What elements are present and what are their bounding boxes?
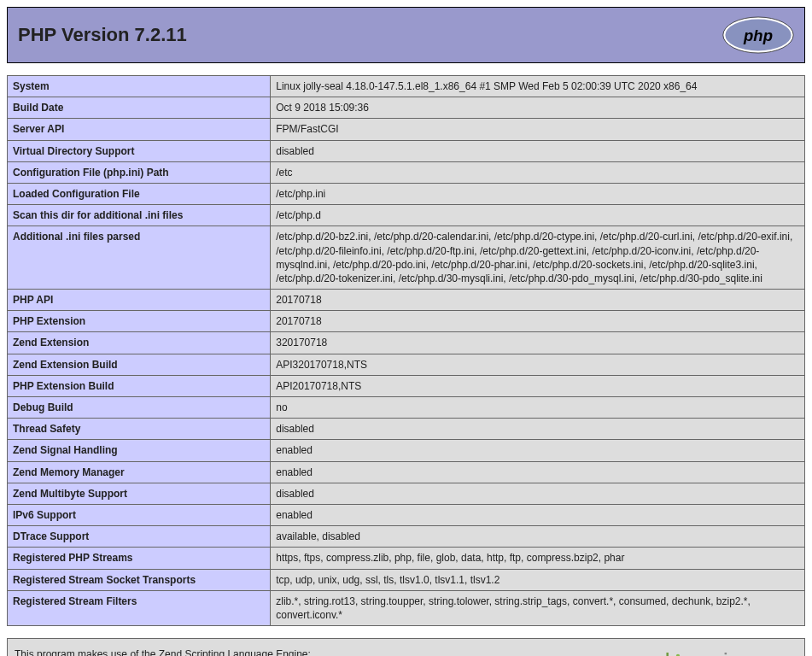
config-key: Configuration File (php.ini) Path [8, 161, 271, 183]
config-key: System [8, 76, 271, 97]
config-key: Registered Stream Socket Transports [8, 569, 271, 590]
config-key: Zend Extension [8, 332, 271, 354]
config-value: /etc/php.d/20-bz2.ini, /etc/php.d/20-cal… [271, 226, 805, 290]
table-row: Registered Stream Filterszlib.*, string.… [8, 590, 805, 625]
config-value: enabled [271, 461, 805, 483]
table-row: Zend Extension320170718 [8, 332, 805, 354]
zend-engine-logo-icon: zend engine [618, 644, 797, 656]
table-row: Build DateOct 9 2018 15:09:36 [8, 97, 805, 119]
config-key: Server API [8, 119, 271, 140]
table-row: Debug Buildno [8, 397, 805, 419]
config-value: Linux jolly-seal 4.18.0-147.5.1.el8_1.x8… [271, 76, 805, 97]
config-key: Scan this dir for additional .ini files [8, 205, 271, 226]
phpinfo-header: PHP Version 7.2.11 php [7, 7, 805, 63]
table-row: Configuration File (php.ini) Path/etc [8, 161, 805, 183]
config-key: PHP Extension [8, 311, 271, 332]
table-row: Virtual Directory Supportdisabled [8, 140, 805, 161]
config-key: IPv6 Support [8, 504, 271, 525]
table-row: DTrace Supportavailable, disabled [8, 526, 805, 548]
svg-text:engine: engine [683, 648, 755, 656]
table-row: Scan this dir for additional .ini files/… [8, 205, 805, 226]
config-key: Thread Safety [8, 419, 271, 440]
config-value: API20170718,NTS [271, 375, 805, 396]
config-value: /etc/php.d [271, 205, 805, 226]
config-key: Additional .ini files parsed [8, 226, 271, 290]
config-key: Loaded Configuration File [8, 183, 271, 204]
config-value: disabled [271, 483, 805, 504]
config-key: Registered PHP Streams [8, 548, 271, 569]
table-row: Zend Memory Managerenabled [8, 461, 805, 483]
table-row: IPv6 Supportenabled [8, 504, 805, 525]
config-key: Zend Multibyte Support [8, 483, 271, 504]
config-key: Zend Memory Manager [8, 461, 271, 483]
php-logo-icon: php [722, 16, 794, 54]
table-row: Server APIFPM/FastCGI [8, 119, 805, 140]
php-version-title: PHP Version 7.2.11 [18, 24, 187, 46]
config-key: Registered Stream Filters [8, 590, 271, 625]
config-value: FPM/FastCGI [271, 119, 805, 140]
zend-footer: This program makes use of the Zend Scrip… [7, 638, 805, 656]
table-row: PHP Extension20170718 [8, 311, 805, 332]
table-row: Zend Signal Handlingenabled [8, 440, 805, 461]
phpinfo-table: SystemLinux jolly-seal 4.18.0-147.5.1.el… [7, 75, 805, 626]
config-key: Debug Build [8, 397, 271, 419]
config-value: disabled [271, 419, 805, 440]
config-value: /etc [271, 161, 805, 183]
config-value: enabled [271, 440, 805, 461]
table-row: Registered Stream Socket Transportstcp, … [8, 569, 805, 590]
config-value: disabled [271, 140, 805, 161]
config-value: no [271, 397, 805, 419]
config-key: Zend Signal Handling [8, 440, 271, 461]
config-value: Oct 9 2018 15:09:36 [271, 97, 805, 119]
config-value: https, ftps, compress.zlib, php, file, g… [271, 548, 805, 569]
zend-footer-line1: This program makes use of the Zend Scrip… [15, 648, 311, 656]
svg-text:php: php [743, 26, 773, 44]
config-value: 20170718 [271, 311, 805, 332]
table-row: Registered PHP Streamshttps, ftps, compr… [8, 548, 805, 569]
config-key: PHP API [8, 290, 271, 311]
config-value: tcp, udp, unix, udg, ssl, tls, tlsv1.0, … [271, 569, 805, 590]
table-row: Zend Multibyte Supportdisabled [8, 483, 805, 504]
config-value: enabled [271, 504, 805, 525]
zend-footer-text: This program makes use of the Zend Scrip… [15, 647, 311, 656]
table-row: Thread Safetydisabled [8, 419, 805, 440]
config-value: available, disabled [271, 526, 805, 548]
config-value: zlib.*, string.rot13, string.toupper, st… [271, 590, 805, 625]
table-row: Zend Extension BuildAPI320170718,NTS [8, 354, 805, 375]
config-key: Build Date [8, 97, 271, 119]
config-value: API320170718,NTS [271, 354, 805, 375]
config-key: Virtual Directory Support [8, 140, 271, 161]
config-value: 320170718 [271, 332, 805, 354]
config-value: /etc/php.ini [271, 183, 805, 204]
table-row: SystemLinux jolly-seal 4.18.0-147.5.1.el… [8, 76, 805, 97]
config-key: DTrace Support [8, 526, 271, 548]
table-row: PHP API20170718 [8, 290, 805, 311]
config-value: 20170718 [271, 290, 805, 311]
table-row: PHP Extension BuildAPI20170718,NTS [8, 375, 805, 396]
table-row: Additional .ini files parsed/etc/php.d/2… [8, 226, 805, 290]
config-key: PHP Extension Build [8, 375, 271, 396]
svg-text:zend: zend [618, 648, 670, 656]
table-row: Loaded Configuration File/etc/php.ini [8, 183, 805, 204]
config-key: Zend Extension Build [8, 354, 271, 375]
